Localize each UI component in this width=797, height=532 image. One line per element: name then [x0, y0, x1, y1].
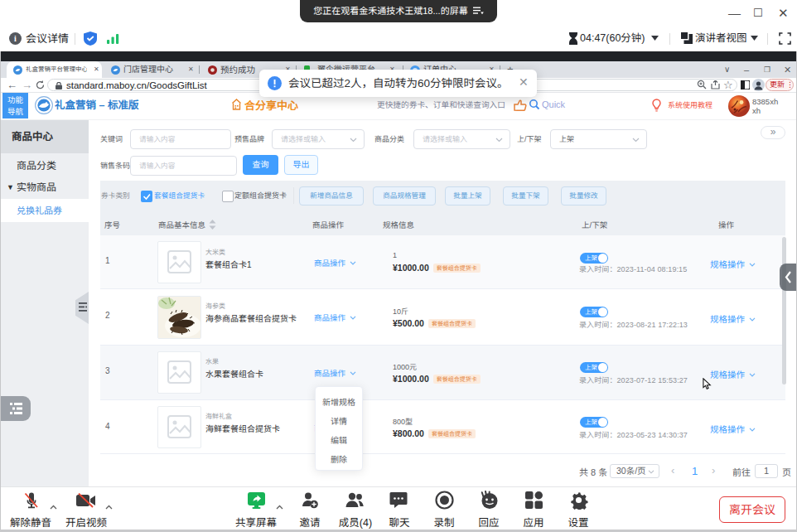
svg-text:i: i: [14, 34, 17, 43]
